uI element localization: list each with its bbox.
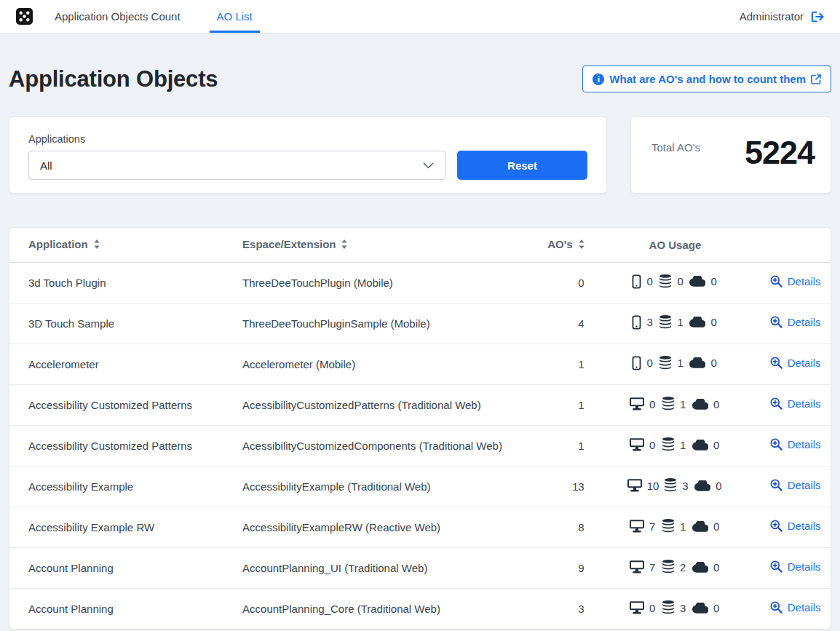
database-icon bbox=[662, 519, 675, 533]
column-header-ao-usage: AO Usage bbox=[590, 228, 761, 262]
database-icon bbox=[662, 437, 675, 452]
info-icon: i bbox=[593, 74, 604, 85]
desktop-icon bbox=[630, 397, 644, 410]
mobile-icon bbox=[632, 315, 641, 330]
chevron-down-icon bbox=[423, 162, 434, 169]
cloud-count: 0 bbox=[713, 439, 721, 451]
application-cell: 3d Touch Plugin bbox=[9, 262, 223, 303]
details-link[interactable]: Details bbox=[770, 357, 821, 369]
sort-icon bbox=[579, 239, 585, 251]
database-icon bbox=[662, 560, 675, 574]
search-plus-icon bbox=[770, 560, 782, 573]
reset-button[interactable]: Reset bbox=[457, 151, 587, 180]
cloud-icon bbox=[692, 562, 708, 573]
table-row: Accelerometer Accelerometer (Mobile) 1 0 bbox=[9, 344, 831, 384]
aos-count-cell: 9 bbox=[539, 547, 590, 588]
database-icon bbox=[659, 274, 672, 289]
total-aos-label: Total AO's bbox=[651, 141, 700, 154]
mobile-icon bbox=[632, 356, 641, 370]
details-label: Details bbox=[788, 357, 821, 369]
device-count: 10 bbox=[647, 480, 659, 492]
details-link[interactable]: Details bbox=[770, 275, 821, 287]
desktop-icon bbox=[630, 560, 644, 574]
database-icon bbox=[659, 315, 672, 330]
dice-five-icon bbox=[16, 0, 33, 33]
application-cell: Account Planning bbox=[9, 588, 223, 629]
cloud-icon bbox=[692, 603, 708, 614]
user-name: Administrator bbox=[740, 10, 804, 23]
desktop-icon bbox=[630, 520, 644, 533]
sign-out-icon[interactable] bbox=[811, 11, 824, 23]
espace-cell: AcessibilityCustomizedComponents (Tradit… bbox=[223, 425, 539, 466]
details-label: Details bbox=[788, 275, 821, 287]
cloud-count: 0 bbox=[710, 357, 718, 369]
details-link[interactable]: Details bbox=[770, 438, 821, 451]
application-cell: Account Planning bbox=[9, 547, 223, 588]
ao-table: Application Espace/Extension AO's AO Usa… bbox=[9, 228, 831, 629]
espace-cell: ThreeDeeTouchPlugin (Mobile) bbox=[223, 262, 539, 303]
ao-usage-cell: 7 2 0 bbox=[590, 547, 761, 588]
desktop-icon bbox=[630, 601, 644, 614]
search-plus-icon bbox=[770, 438, 782, 451]
search-plus-icon bbox=[770, 357, 782, 369]
details-label: Details bbox=[788, 438, 821, 451]
details-link[interactable]: Details bbox=[770, 316, 821, 328]
database-icon bbox=[662, 600, 675, 615]
column-header-application[interactable]: Application bbox=[9, 228, 223, 262]
application-cell: Accessibility Example RW bbox=[9, 507, 223, 547]
desktop-icon bbox=[630, 438, 644, 451]
db-count: 0 bbox=[677, 275, 684, 287]
search-plus-icon bbox=[770, 397, 782, 410]
espace-cell: AcessibilityCustomizedPatterns (Traditio… bbox=[223, 384, 539, 425]
db-count: 3 bbox=[680, 602, 687, 614]
applications-select[interactable]: All bbox=[28, 151, 445, 180]
ao-usage-cell: 0 1 0 bbox=[590, 344, 761, 384]
aos-count-cell: 1 bbox=[539, 344, 590, 384]
applications-select-value: All bbox=[40, 159, 52, 172]
cloud-icon bbox=[689, 276, 705, 287]
details-link[interactable]: Details bbox=[770, 560, 821, 573]
details-label: Details bbox=[788, 520, 821, 532]
details-link[interactable]: Details bbox=[770, 479, 821, 491]
table-row: Account Planning AccountPlanning_Core (T… bbox=[9, 588, 831, 629]
page-title: Application Objects bbox=[9, 66, 218, 92]
db-count: 2 bbox=[680, 561, 687, 574]
aos-count-cell: 3 bbox=[539, 588, 590, 629]
total-aos-card: Total AO's 5224 bbox=[630, 116, 831, 194]
aos-count-cell: 1 bbox=[539, 384, 590, 425]
page-header: Application Objects i What are AO's and … bbox=[9, 66, 831, 92]
device-count: 7 bbox=[649, 520, 657, 533]
cloud-count: 0 bbox=[710, 316, 718, 328]
table-row: Accessibility Example RW AccessibilityEx… bbox=[9, 507, 831, 547]
details-link[interactable]: Details bbox=[770, 520, 821, 532]
table-row: Accessibility Example AccessibilityExamp… bbox=[9, 466, 831, 507]
details-link[interactable]: Details bbox=[770, 601, 821, 614]
table-row: 3D Touch Sample ThreeDeeTouchPluginSampl… bbox=[9, 303, 831, 344]
db-count: 1 bbox=[677, 357, 684, 369]
main-nav: Application Objects Count AO List bbox=[47, 0, 282, 33]
database-icon bbox=[662, 397, 675, 411]
mobile-icon bbox=[632, 274, 641, 289]
application-cell: Accessibility Customized Patterns bbox=[9, 384, 223, 425]
device-count: 7 bbox=[649, 561, 657, 574]
help-button[interactable]: i What are AO's and how to count them bbox=[582, 66, 831, 92]
sort-icon bbox=[341, 239, 347, 251]
application-cell: Accessibility Example bbox=[9, 466, 223, 507]
ao-usage-cell: 10 3 0 bbox=[590, 466, 761, 507]
cloud-icon bbox=[689, 317, 705, 328]
column-header-espace[interactable]: Espace/Extension bbox=[223, 228, 539, 262]
tab-application-objects-count[interactable]: Application Objects Count bbox=[47, 0, 188, 33]
database-icon bbox=[664, 478, 677, 493]
db-count: 1 bbox=[680, 520, 687, 533]
table-row: Account Planning AccountPlanning_UI (Tra… bbox=[9, 547, 831, 588]
details-label: Details bbox=[788, 560, 821, 573]
cloud-count: 0 bbox=[713, 602, 721, 614]
sort-icon bbox=[94, 239, 100, 251]
application-cell: Accelerometer bbox=[9, 344, 223, 384]
details-link[interactable]: Details bbox=[770, 397, 821, 410]
column-header-aos[interactable]: AO's bbox=[539, 228, 590, 262]
espace-cell: AccessibilityExampleRW (Reactive Web) bbox=[223, 507, 539, 547]
cloud-icon bbox=[692, 521, 708, 532]
tab-ao-list[interactable]: AO List bbox=[210, 0, 260, 33]
ao-usage-cell: 0 1 0 bbox=[590, 425, 761, 466]
